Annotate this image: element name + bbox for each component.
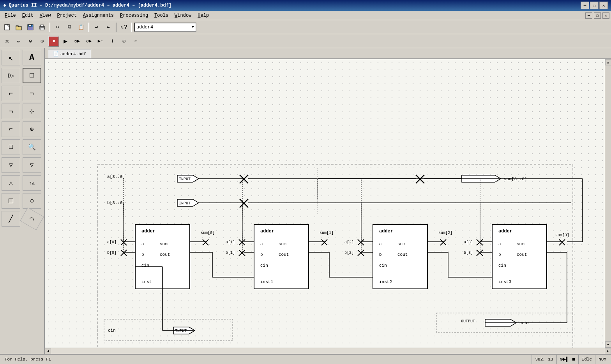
arrow-up-tool[interactable]: △ [2, 175, 20, 191]
svg-text:cin: cin [379, 263, 387, 268]
select-tool[interactable]: ⊕ [37, 36, 48, 47]
print-button[interactable] [37, 22, 48, 33]
eraser-tool[interactable]: ⊙ [25, 36, 36, 47]
svg-rect-8 [41, 25, 44, 26]
restore-button[interactable]: ❐ [590, 2, 599, 9]
arc-tool[interactable]: ⌒ [20, 207, 44, 230]
vertical-scrollbar[interactable]: ▲ ▼ [605, 59, 611, 348]
node-tool[interactable]: ⊹ [23, 104, 41, 119]
tool-sidebar: ↖ A D▷ □ ⌐ ¬ ⌐ ⊹ ⌐ ⊕ □ 🔍 ▽ ▽ △ ↑△ □ ○ ╱ … [0, 48, 45, 354]
step-button[interactable]: ↻▶ [72, 36, 83, 47]
redo-button[interactable]: ↪ [103, 22, 114, 33]
input-pin-tool[interactable]: D▷ [2, 68, 20, 83]
menu-assignments[interactable]: Assignments [80, 12, 117, 19]
cut-button[interactable]: ✂ [52, 22, 63, 33]
menu-tools[interactable]: Tools [151, 12, 171, 19]
close-button[interactable]: ✕ [599, 2, 608, 9]
schematic-canvas[interactable]: a[3..0] INPUT b[3..0] INPU [45, 59, 605, 348]
compile-button[interactable]: ▶ [60, 36, 71, 47]
tab-icon: 📄 [53, 51, 59, 57]
step2-button[interactable]: ↺▶ [83, 36, 94, 47]
menu-close[interactable]: ✕ [602, 12, 609, 19]
pointer-tool[interactable]: ✕ [2, 36, 12, 47]
svg-rect-35 [104, 319, 233, 341]
menu-project[interactable]: Project [54, 12, 79, 19]
scroll-left-button[interactable]: ◀ [45, 348, 51, 354]
copy-button[interactable]: ⧉ [64, 22, 75, 33]
stop-button[interactable]: ■ [48, 36, 59, 47]
menu-view[interactable]: View [37, 12, 54, 19]
help-pointer-button[interactable]: ↖? [118, 22, 129, 33]
status-mode: Idle [579, 355, 595, 364]
menu-restore[interactable]: ❐ [594, 12, 601, 19]
scroll-right-button[interactable]: ▶ [605, 348, 611, 354]
svg-text:b[0]: b[0] [107, 251, 117, 255]
menu-minimize[interactable]: — [585, 12, 592, 19]
view-all-tool[interactable]: □ [2, 139, 20, 155]
menu-help[interactable]: Help [194, 12, 212, 19]
svg-text:sum: sum [279, 242, 286, 246]
corner2-tool[interactable]: ¬ [23, 86, 41, 101]
arrow-dn-r-tool[interactable]: ▽ [23, 157, 41, 173]
pin1-button[interactable]: ⊙ [118, 36, 129, 47]
arrow-dn-l-tool[interactable]: ▽ [2, 157, 20, 173]
select-arrow-tool[interactable]: ↖ [2, 50, 20, 65]
rect-tool[interactable]: □ [2, 193, 20, 209]
svg-text:OUTPUT: OUTPUT [461, 319, 475, 324]
tab-adder4-bdf[interactable]: 📄 adder4.bdf [48, 49, 91, 58]
minimize-button[interactable]: — [581, 2, 589, 9]
sep3 [116, 23, 117, 32]
svg-text:adder: adder [141, 229, 155, 234]
ellipse-tool[interactable]: ○ [23, 193, 41, 209]
svg-text:adder: adder [498, 229, 512, 234]
svg-text:b: b [260, 252, 263, 257]
scroll-track-h[interactable] [51, 348, 605, 354]
sep1 [49, 23, 50, 32]
new-button[interactable] [2, 22, 12, 33]
coordinates-text: 382, 13 [535, 357, 553, 362]
entity-dropdown[interactable]: adder4 ▼ [134, 23, 196, 32]
horizontal-scrollbar[interactable]: ◀ ▶ [45, 348, 611, 354]
text-tool[interactable]: A [23, 50, 41, 65]
app-icon: ♦ [3, 2, 6, 9]
zoom-tool[interactable]: ⊕ [23, 121, 41, 137]
pin2-button[interactable]: ☞ [130, 36, 141, 47]
sep4 [131, 23, 132, 32]
svg-rect-0 [5, 25, 9, 30]
block-tool[interactable]: □ [23, 68, 41, 83]
open-button[interactable] [13, 22, 24, 33]
sep2 [88, 23, 89, 32]
schematic-svg: a[3..0] INPUT b[3..0] INPU [45, 59, 605, 348]
title-text: Quartus II – D:/myeda/mybdf/adder4 – add… [9, 3, 581, 8]
line-tool[interactable]: ╱ [2, 211, 20, 227]
svg-text:cin: cin [108, 328, 116, 333]
menu-edit[interactable]: Edit [19, 12, 37, 19]
svg-text:a[3]: a[3] [464, 240, 473, 244]
corner3-tool[interactable]: ⌐ [2, 104, 20, 119]
save-button[interactable] [25, 22, 36, 33]
status-icon-group: ⊕►▌ ■ [560, 356, 575, 362]
svg-text:a: a [379, 242, 382, 246]
menu-file[interactable]: File [2, 12, 19, 19]
scroll-up-button[interactable]: ▲ [605, 59, 611, 65]
vert-line-tool[interactable]: ⌐ [2, 121, 20, 137]
svg-text:b: b [141, 252, 144, 257]
svg-text:a[0]: a[0] [107, 240, 117, 244]
svg-text:cout: cout [160, 252, 170, 257]
svg-text:cout: cout [279, 252, 289, 257]
search-tool[interactable]: 🔍 [23, 139, 41, 155]
menu-bar: File Edit View Project Assignments Proce… [0, 11, 611, 20]
corner1-tool[interactable]: ⌐ [2, 86, 20, 101]
undo-button[interactable]: ↩ [91, 22, 102, 33]
svg-text:a[1]: a[1] [226, 240, 235, 244]
tab-label: adder4.bdf [60, 52, 86, 56]
download-button[interactable]: ⬇ [107, 36, 118, 47]
svg-text:sum: sum [517, 242, 524, 246]
step3-button[interactable]: ▶↑ [95, 36, 106, 47]
menu-processing[interactable]: Processing [117, 12, 151, 19]
paste-button[interactable]: 📋 [76, 22, 87, 33]
scroll-down-button[interactable]: ▼ [605, 341, 611, 348]
pencil-tool[interactable]: ✏ [13, 36, 24, 47]
menu-window[interactable]: Window [171, 12, 194, 19]
extra-tool[interactable]: ↑△ [23, 175, 41, 191]
